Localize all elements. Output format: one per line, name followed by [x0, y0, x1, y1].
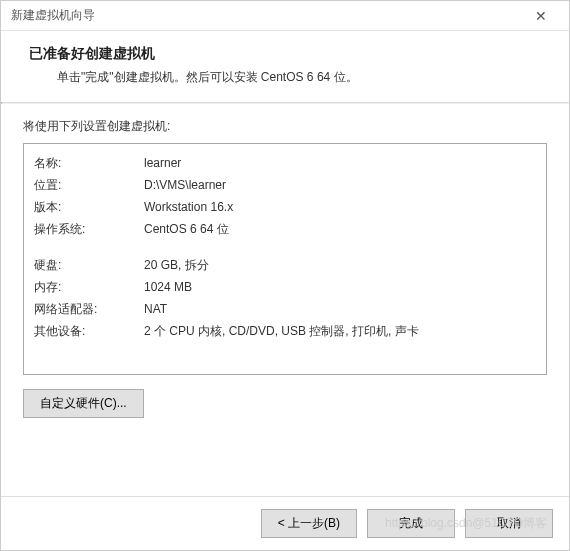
row-label: 其他设备: — [34, 320, 144, 342]
row-label: 操作系统: — [34, 218, 144, 240]
row-value: learner — [144, 152, 536, 174]
main-content: 将使用下列设置创建虚拟机: 名称: learner 位置: D:\VMS\lea… — [1, 104, 569, 418]
row-value: 1024 MB — [144, 276, 536, 298]
cancel-button[interactable]: 取消 — [465, 509, 553, 538]
back-button[interactable]: < 上一步(B) — [261, 509, 357, 538]
row-label: 名称: — [34, 152, 144, 174]
summary-row-other-devices: 其他设备: 2 个 CPU 内核, CD/DVD, USB 控制器, 打印机, … — [34, 320, 536, 342]
settings-section-label: 将使用下列设置创建虚拟机: — [23, 118, 547, 135]
row-value: Workstation 16.x — [144, 196, 536, 218]
titlebar: 新建虚拟机向导 ✕ — [1, 1, 569, 31]
row-value: 20 GB, 拆分 — [144, 254, 536, 276]
summary-row-name: 名称: learner — [34, 152, 536, 174]
customize-hardware-button[interactable]: 自定义硬件(C)... — [23, 389, 144, 418]
finish-button[interactable]: 完成 — [367, 509, 455, 538]
wizard-footer: < 上一步(B) 完成 取消 — [1, 496, 569, 550]
summary-row-location: 位置: D:\VMS\learner — [34, 174, 536, 196]
group-spacer — [34, 240, 536, 254]
summary-row-network: 网络适配器: NAT — [34, 298, 536, 320]
summary-row-disk: 硬盘: 20 GB, 拆分 — [34, 254, 536, 276]
window-title: 新建虚拟机向导 — [11, 7, 95, 24]
row-value: 2 个 CPU 内核, CD/DVD, USB 控制器, 打印机, 声卡 — [144, 320, 536, 342]
close-icon: ✕ — [535, 8, 547, 24]
row-value: CentOS 6 64 位 — [144, 218, 536, 240]
row-label: 位置: — [34, 174, 144, 196]
row-label: 版本: — [34, 196, 144, 218]
page-subtitle: 单击"完成"创建虚拟机。然后可以安装 CentOS 6 64 位。 — [57, 69, 547, 86]
row-label: 网络适配器: — [34, 298, 144, 320]
row-label: 硬盘: — [34, 254, 144, 276]
row-value: D:\VMS\learner — [144, 174, 536, 196]
row-value: NAT — [144, 298, 536, 320]
settings-summary-box: 名称: learner 位置: D:\VMS\learner 版本: Works… — [23, 143, 547, 375]
summary-row-memory: 内存: 1024 MB — [34, 276, 536, 298]
page-title: 已准备好创建虚拟机 — [29, 45, 547, 63]
close-button[interactable]: ✕ — [521, 2, 561, 30]
summary-row-version: 版本: Workstation 16.x — [34, 196, 536, 218]
summary-row-os: 操作系统: CentOS 6 64 位 — [34, 218, 536, 240]
wizard-header: 已准备好创建虚拟机 单击"完成"创建虚拟机。然后可以安装 CentOS 6 64… — [1, 31, 569, 102]
customize-hardware-wrap: 自定义硬件(C)... — [23, 389, 547, 418]
row-label: 内存: — [34, 276, 144, 298]
